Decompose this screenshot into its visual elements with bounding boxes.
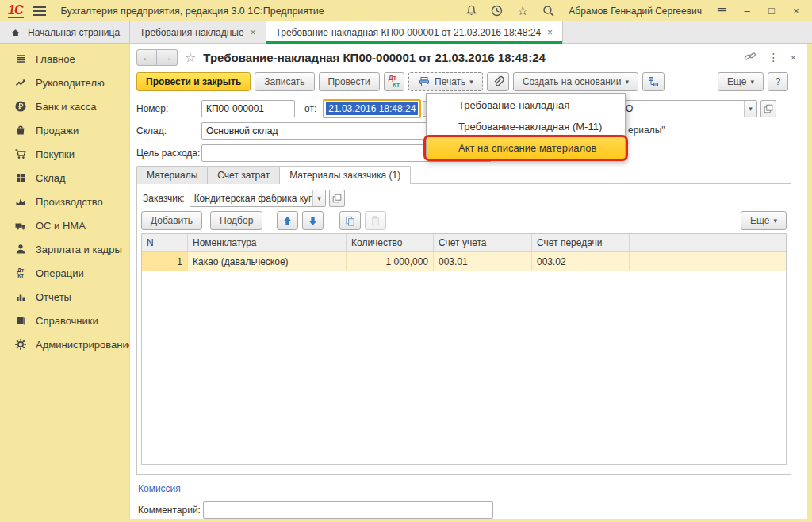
- tab-home[interactable]: Начальная страница: [0, 21, 130, 44]
- 1c-logo: 1С: [8, 4, 24, 18]
- close-document-icon[interactable]: ×: [790, 52, 796, 63]
- copy-button[interactable]: [339, 211, 361, 230]
- menu-item-requisition[interactable]: Требование-накладная: [427, 94, 625, 116]
- combo-arrow-icon[interactable]: ▾: [744, 101, 756, 117]
- arrow-up-icon: [282, 215, 293, 227]
- back-button[interactable]: ←: [136, 49, 157, 66]
- dropdown-arrow-icon: ▾: [773, 217, 777, 225]
- menu-item-requisition-m11[interactable]: Требование-накладная (М-11): [427, 116, 625, 137]
- sidebar-item-payroll-hr[interactable]: Зарплата и кадры: [0, 237, 129, 261]
- sidebar-item-main[interactable]: Главное: [0, 47, 129, 71]
- number-input[interactable]: КП00-000001: [201, 100, 295, 117]
- table-toolbar: Добавить Подбор Еще ▾: [141, 211, 787, 230]
- favorite-star-icon[interactable]: ☆: [185, 50, 196, 65]
- ruble-icon: [14, 100, 27, 113]
- covered-text-fragment: ериалы": [628, 125, 665, 136]
- print-dropdown-menu: Требование-накладная Требование-накладна…: [426, 93, 626, 160]
- lines-icon: [14, 52, 27, 65]
- paste-button[interactable]: [365, 211, 386, 230]
- col-header-transfer-account[interactable]: Счет передачи: [532, 234, 630, 251]
- history-icon[interactable]: [490, 4, 504, 17]
- sidebar-item-administration[interactable]: Администрирование: [0, 332, 129, 356]
- move-down-button[interactable]: [302, 211, 324, 230]
- sidebar-item-bank-cash[interactable]: Банк и касса: [0, 94, 129, 118]
- bag-icon: [14, 124, 27, 136]
- sidebar-item-purchases[interactable]: Покупки: [0, 142, 129, 166]
- book-icon: [14, 314, 27, 327]
- tab-materials[interactable]: Материалы: [136, 166, 208, 184]
- sidebar-item-reports[interactable]: Отчеты: [0, 285, 129, 309]
- table-row[interactable]: 1 Какао (давальческое) 1 000,000 003.01 …: [142, 252, 786, 271]
- comment-row: Комментарий:: [138, 501, 799, 519]
- combo-arrow-icon[interactable]: ▾: [312, 190, 324, 206]
- document-form: ← → ☆ Требование-накладная КП00-000001 о…: [129, 44, 807, 519]
- write-button[interactable]: Записать: [255, 72, 314, 91]
- minimize-button[interactable]: –: [741, 5, 753, 17]
- attachments-button[interactable]: [487, 72, 509, 91]
- print-button[interactable]: Печать ▾: [408, 72, 483, 91]
- commission-row: Комиссия: [138, 483, 799, 494]
- col-header-n[interactable]: N: [142, 234, 188, 251]
- customer-combo[interactable]: Кондитерская фабрика куп ▾: [190, 190, 326, 207]
- comment-input[interactable]: [203, 501, 493, 519]
- pick-button[interactable]: Подбор: [210, 211, 262, 230]
- sidebar-item-production[interactable]: Производство: [0, 190, 129, 213]
- dtkt-button[interactable]: ДтКт: [384, 72, 404, 91]
- close-tab-icon[interactable]: ×: [251, 27, 256, 38]
- forward-button[interactable]: →: [157, 49, 178, 66]
- get-link-icon[interactable]: [744, 50, 756, 65]
- col-header-account[interactable]: Счет учета: [434, 234, 532, 251]
- main-menu-icon[interactable]: [33, 6, 46, 16]
- customer-label: Заказчик:: [143, 193, 185, 204]
- date-input[interactable]: 21.03.2016 18:48:24: [323, 99, 421, 118]
- create-based-on-button[interactable]: Создать на основании ▾: [513, 72, 638, 91]
- commission-link[interactable]: Комиссия: [138, 483, 181, 494]
- col-header-nomenclature[interactable]: Номенклатура: [188, 234, 347, 251]
- cell-account[interactable]: 003.01: [434, 252, 532, 271]
- structure-icon: [647, 75, 660, 88]
- sidebar-item-manager[interactable]: Руководителю: [0, 71, 129, 94]
- post-and-close-button[interactable]: Провести и закрыть: [136, 72, 251, 91]
- close-tab-icon[interactable]: ×: [547, 27, 553, 38]
- report-structure-button[interactable]: [642, 72, 665, 91]
- notifications-bell-icon[interactable]: [465, 4, 478, 17]
- menu-item-writeoff-act[interactable]: Акт на списание материалов: [427, 137, 625, 159]
- cell-quantity[interactable]: 1 000,000: [347, 252, 434, 271]
- paperclip-icon: [492, 75, 504, 88]
- cell-row-number[interactable]: 1: [142, 252, 188, 271]
- document-header: ← → ☆ Требование-накладная КП00-000001 о…: [130, 44, 807, 71]
- more-button[interactable]: Еще ▾: [718, 72, 764, 91]
- dropdown-arrow-icon: ▾: [469, 78, 473, 86]
- cell-nomenclature[interactable]: Какао (давальческое): [188, 252, 347, 271]
- sidebar-item-fixed-assets[interactable]: ОС и НМА: [0, 213, 129, 237]
- cell-transfer-account[interactable]: 003.02: [532, 252, 630, 271]
- tabbar: Начальная страница Требования-накладные …: [0, 21, 812, 44]
- current-user[interactable]: Абрамов Геннадий Сергеевич: [569, 6, 702, 17]
- move-up-button[interactable]: [277, 211, 298, 230]
- maximize-button[interactable]: □: [765, 5, 778, 17]
- open-button[interactable]: [760, 100, 776, 117]
- dtkt-icon: ДтКт: [389, 75, 400, 89]
- tab-requisition-list[interactable]: Требования-накладные ×: [130, 21, 266, 44]
- sidebar-item-directories[interactable]: Справочники: [0, 309, 129, 332]
- add-row-button[interactable]: Добавить: [141, 211, 202, 230]
- open-button[interactable]: [329, 190, 345, 207]
- tab-customer-materials[interactable]: Материалы заказчика (1): [279, 166, 411, 184]
- sidebar-item-sales[interactable]: Продажи: [0, 118, 129, 142]
- tab-requisition-document[interactable]: Требование-накладная КП00-000001 от 21.0…: [266, 21, 564, 44]
- sidebar-item-warehouse[interactable]: Склад: [0, 166, 129, 190]
- help-button[interactable]: ?: [768, 72, 788, 91]
- favorites-star-icon[interactable]: ☆: [517, 3, 528, 18]
- tab-cost-account[interactable]: Счет затрат: [207, 166, 280, 184]
- more-actions-icon[interactable]: ⋮: [768, 51, 779, 63]
- sidebar-item-operations[interactable]: ДтКт Операции: [0, 261, 129, 285]
- post-button[interactable]: Провести: [319, 72, 380, 91]
- table-more-button[interactable]: Еще ▾: [741, 211, 787, 230]
- service-settings-icon[interactable]: [715, 5, 729, 17]
- home-icon: [10, 27, 21, 38]
- printer-icon: [418, 75, 431, 88]
- section-sidebar: Главное Руководителю Банк и касса Продаж…: [0, 44, 129, 519]
- col-header-quantity[interactable]: Количество: [347, 234, 434, 251]
- close-window-button[interactable]: ×: [790, 5, 802, 17]
- search-icon[interactable]: [542, 4, 555, 17]
